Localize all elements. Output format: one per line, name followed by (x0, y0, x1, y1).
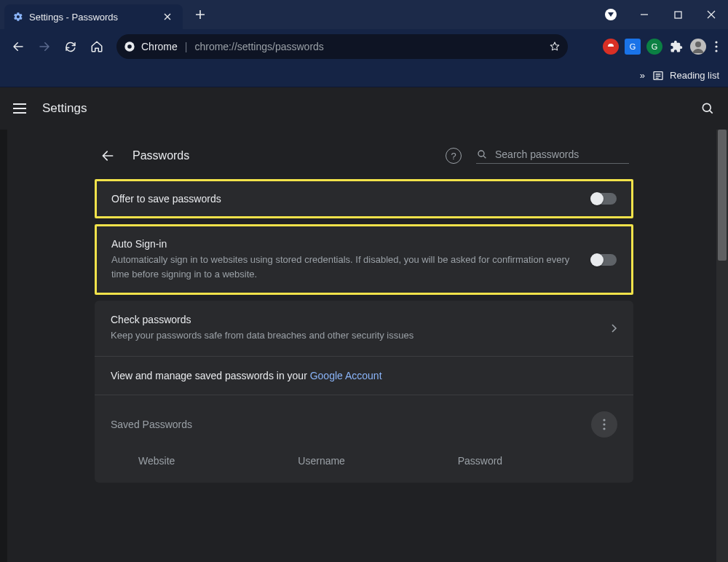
svg-point-2 (127, 44, 132, 49)
browser-menu-button[interactable] (712, 41, 721, 52)
highlight-offer-save: Offer to save passwords (95, 179, 633, 218)
settings-header: Settings (0, 87, 728, 130)
saved-passwords-more-button[interactable] (591, 411, 617, 438)
saved-passwords-columns: Website Username Password (95, 445, 633, 483)
extension-2-icon[interactable]: G (625, 39, 641, 55)
help-button[interactable]: ? (446, 148, 462, 164)
extensions-menu-icon[interactable] (668, 39, 684, 55)
svg-point-12 (603, 427, 605, 430)
extension-3-icon[interactable]: G (646, 39, 662, 55)
omnibox-separator: | (185, 41, 188, 52)
profile-avatar[interactable] (690, 39, 706, 55)
manage-google-row: View and manage saved passwords in your … (95, 356, 633, 395)
saved-passwords-title: Saved Passwords (111, 419, 192, 430)
browser-toolbar: Chrome | chrome://settings/passwords G G (0, 29, 728, 64)
passwords-card: Check passwords Keep your passwords safe… (95, 301, 633, 483)
panel-header: Passwords ? (95, 132, 633, 179)
window-minimize-button[interactable] (628, 0, 661, 29)
col-website: Website (138, 455, 298, 467)
password-search[interactable] (476, 149, 629, 164)
tab-close-button[interactable] (161, 10, 174, 23)
bookmarks-bar: » Reading list (0, 64, 728, 87)
nav-back-button[interactable] (7, 36, 29, 58)
offer-save-title: Offer to save passwords (111, 193, 580, 205)
extension-1-icon[interactable] (603, 39, 619, 55)
content-area: Passwords ? Offer to save passwords (0, 130, 728, 562)
settings-search-button[interactable] (700, 101, 715, 116)
google-account-link[interactable]: Google Account (310, 370, 382, 381)
svg-rect-0 (675, 12, 681, 18)
site-identity[interactable]: Chrome (124, 41, 178, 52)
reading-list-button[interactable]: Reading list (652, 70, 719, 82)
browser-tab[interactable]: Settings - Passwords (4, 4, 183, 29)
col-username: Username (298, 455, 457, 467)
new-tab-button[interactable] (190, 4, 210, 25)
address-bar[interactable]: Chrome | chrome://settings/passwords (116, 34, 568, 59)
omnibox-url: chrome://settings/passwords (194, 41, 542, 52)
site-identity-label: Chrome (141, 41, 178, 52)
auto-signin-desc: Automatically sign in to websites using … (111, 253, 580, 281)
auto-signin-title: Auto Sign-in (111, 238, 580, 250)
manage-prefix: View and manage saved passwords in your (111, 370, 310, 381)
check-passwords-row[interactable]: Check passwords Keep your passwords safe… (95, 301, 633, 356)
settings-app: Settings Passwords ? (0, 87, 728, 562)
svg-point-11 (603, 423, 605, 425)
panel-back-button[interactable] (99, 149, 116, 163)
chevron-right-icon (612, 324, 617, 333)
bookmark-star-icon[interactable] (549, 41, 561, 52)
highlight-auto-signin: Auto Sign-in Automatically sign in to we… (95, 224, 633, 295)
hamburger-menu-button[interactable] (13, 103, 26, 114)
svg-point-5 (715, 45, 717, 47)
nav-home-button[interactable] (86, 36, 108, 58)
passwords-panel: Passwords ? Offer to save passwords (95, 132, 633, 562)
svg-point-3 (695, 41, 701, 47)
check-passwords-title: Check passwords (111, 314, 600, 325)
nav-reload-button[interactable] (60, 36, 82, 58)
reading-list-label: Reading list (670, 70, 719, 81)
svg-point-10 (603, 419, 605, 421)
bookmarks-overflow-icon[interactable]: » (640, 70, 645, 81)
col-password: Password (458, 455, 617, 467)
panel-title: Passwords (132, 149, 189, 162)
svg-point-8 (703, 103, 711, 111)
password-search-input[interactable] (495, 149, 629, 160)
extension-icons: G G (603, 39, 721, 55)
scrollbar-track[interactable] (716, 130, 728, 562)
window-maximize-button[interactable] (661, 0, 695, 29)
window-controls (594, 0, 728, 29)
settings-title: Settings (42, 101, 87, 116)
offer-save-toggle[interactable] (592, 193, 617, 205)
nav-forward-button[interactable] (33, 36, 55, 58)
tab-title: Settings - Passwords (29, 12, 155, 23)
svg-point-4 (715, 41, 717, 43)
auto-signin-toggle[interactable] (592, 254, 617, 266)
scrollbar-thumb[interactable] (718, 130, 727, 261)
left-gutter (0, 130, 7, 562)
search-icon (476, 149, 488, 160)
gear-icon (13, 12, 23, 22)
window-titlebar: Settings - Passwords (0, 0, 728, 29)
offer-save-row: Offer to save passwords (97, 181, 631, 216)
window-close-button[interactable] (695, 0, 728, 29)
saved-passwords-header: Saved Passwords (95, 395, 633, 445)
svg-point-6 (715, 50, 717, 52)
check-passwords-desc: Keep your passwords safe from data breac… (111, 328, 600, 343)
svg-point-9 (478, 151, 484, 157)
account-indicator-icon[interactable] (594, 0, 628, 29)
auto-signin-row: Auto Sign-in Automatically sign in to we… (97, 226, 631, 293)
